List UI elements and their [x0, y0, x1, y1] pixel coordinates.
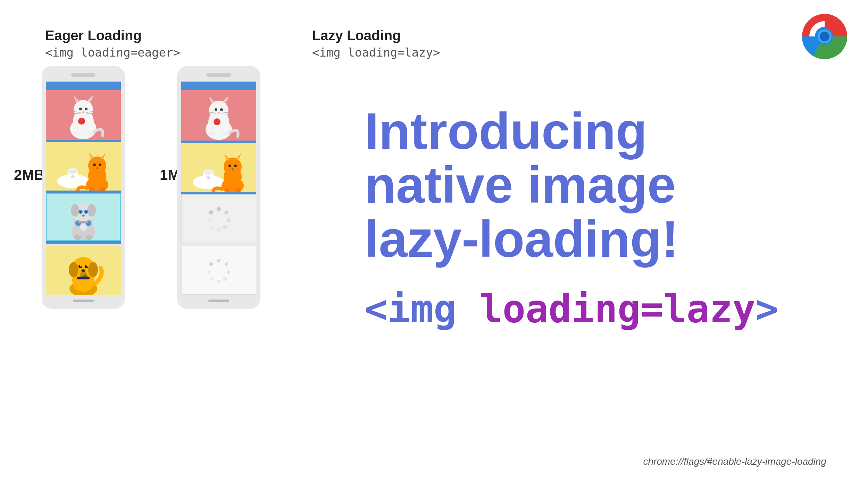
eager-orange-cat-card	[46, 142, 121, 191]
lazy-title: Lazy Loading	[312, 28, 440, 43]
svg-point-115	[217, 259, 220, 262]
svg-point-119	[217, 280, 220, 283]
lazy-loading-card-2	[181, 246, 256, 295]
svg-point-83	[209, 132, 216, 136]
svg-point-61	[88, 262, 98, 277]
svg-point-8	[74, 100, 93, 119]
svg-line-88	[222, 114, 229, 114]
lazy-orange-cat-card	[181, 143, 256, 192]
svg-point-94	[207, 176, 210, 179]
svg-point-74	[209, 101, 228, 120]
svg-point-114	[209, 210, 213, 214]
chrome-flags-url: chrome://flags/#enable-lazy-image-loadin…	[643, 456, 826, 467]
svg-point-31	[88, 157, 106, 175]
eager-dog-card	[46, 193, 121, 241]
svg-point-49	[85, 211, 87, 213]
introducing-text-block: Introducing native image lazy-loading! <…	[365, 104, 833, 331]
svg-point-37	[99, 163, 101, 166]
svg-point-25	[68, 168, 78, 174]
svg-point-15	[82, 111, 84, 113]
svg-point-54	[86, 235, 93, 240]
svg-line-22	[86, 113, 94, 113]
svg-point-36	[93, 163, 96, 166]
svg-point-28	[71, 175, 75, 178]
svg-point-91	[203, 169, 214, 175]
size-2mb-label: 2MB	[14, 167, 45, 183]
svg-point-60	[69, 262, 78, 277]
svg-point-82	[214, 118, 220, 125]
svg-point-53	[74, 235, 81, 240]
svg-point-44	[71, 204, 79, 217]
svg-point-111	[217, 228, 221, 232]
lazy-code: <img loading=lazy>	[312, 45, 440, 59]
lazy-phone	[177, 66, 260, 309]
svg-point-16	[78, 118, 85, 125]
svg-point-38	[96, 167, 98, 169]
svg-point-118	[223, 277, 227, 281]
svg-point-80	[220, 108, 223, 111]
phone-notch-lazy	[207, 73, 231, 77]
section-labels: Eager Loading <img loading=eager> Lazy L…	[45, 28, 440, 59]
svg-point-45	[87, 204, 96, 217]
svg-point-112	[210, 225, 214, 229]
svg-point-81	[218, 112, 220, 113]
svg-point-103	[234, 165, 237, 167]
svg-point-102	[228, 165, 231, 167]
introducing-line3: lazy-loading!	[365, 212, 833, 266]
lazy-header-bar	[181, 82, 256, 90]
svg-point-63	[85, 265, 88, 268]
svg-rect-55	[78, 221, 89, 223]
svg-point-62	[78, 265, 82, 268]
introducing-line1: Introducing	[365, 104, 833, 158]
phone-bottom-eager	[73, 300, 94, 302]
svg-point-13	[79, 108, 82, 110]
svg-point-5	[820, 32, 829, 41]
svg-point-14	[85, 108, 87, 110]
phone-notch-eager	[71, 73, 95, 77]
svg-point-17	[74, 131, 81, 135]
svg-point-116	[225, 262, 228, 266]
svg-point-84	[222, 132, 228, 136]
svg-point-117	[227, 270, 230, 274]
svg-point-122	[209, 262, 213, 266]
svg-point-120	[210, 277, 214, 281]
lazy-label-block: Lazy Loading <img loading=lazy>	[312, 28, 440, 59]
svg-point-79	[215, 108, 217, 111]
svg-line-86	[208, 114, 216, 114]
eager-title: Eager Loading	[45, 28, 180, 43]
eager-code: <img loading=eager>	[45, 45, 180, 59]
eager-phone-screen	[46, 82, 121, 244]
svg-point-110	[223, 225, 227, 229]
code-bracket-close: >	[756, 287, 778, 331]
code-line: <img loading=lazy>	[365, 287, 833, 331]
svg-rect-69	[77, 277, 90, 279]
svg-point-107	[217, 207, 221, 211]
chrome-logo	[802, 14, 847, 59]
eager-label-block: Eager Loading <img loading=eager>	[45, 28, 180, 59]
svg-point-56	[80, 224, 87, 231]
lazy-loading-card-1	[181, 194, 256, 243]
svg-point-104	[232, 168, 234, 170]
eager-cat-card	[46, 90, 121, 140]
svg-point-65	[86, 265, 88, 267]
svg-point-121	[207, 270, 211, 274]
svg-point-113	[207, 218, 211, 222]
svg-point-108	[224, 210, 228, 214]
svg-point-50	[82, 214, 85, 217]
svg-point-18	[86, 131, 93, 135]
lazy-cat-card	[181, 90, 256, 141]
eager-header-bar	[46, 82, 121, 90]
code-bracket-open: <img	[365, 287, 479, 331]
svg-point-97	[224, 158, 242, 176]
code-attr: loading=lazy	[479, 287, 756, 331]
svg-point-109	[226, 218, 231, 222]
introducing-line2: native image	[365, 158, 833, 212]
svg-line-20	[73, 113, 81, 113]
lazy-phone-screen	[181, 82, 256, 243]
eager-yellow-dog-card	[46, 246, 121, 295]
svg-point-48	[80, 211, 82, 213]
svg-point-64	[80, 265, 82, 267]
eager-phone	[42, 66, 125, 309]
phone-bottom-lazy	[208, 300, 229, 302]
